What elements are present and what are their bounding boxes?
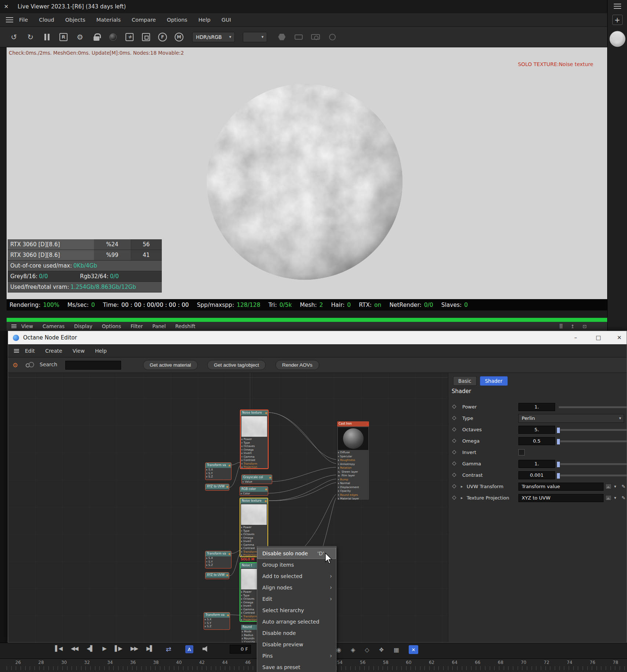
context-menu-item[interactable]: Select hierarchy: [257, 604, 336, 616]
menu-item[interactable]: View: [21, 323, 33, 329]
inspector-tab[interactable]: Basic: [453, 376, 477, 386]
input-pin[interactable]: [241, 446, 243, 447]
input-pin[interactable]: [241, 459, 243, 461]
output-pin[interactable]: [367, 423, 368, 425]
next-frame-button[interactable]: ▌▶: [115, 645, 122, 652]
refresh-icon[interactable]: ↻: [25, 32, 36, 42]
record-icon[interactable]: ◉: [336, 646, 341, 653]
input-pin[interactable]: [241, 527, 243, 528]
edit-pencil-icon[interactable]: ✎: [621, 493, 626, 503]
input-pin[interactable]: [241, 619, 243, 621]
node-pin-row[interactable]: S.Y: [205, 560, 231, 564]
input-pin[interactable]: [338, 498, 339, 500]
expand-arrow-icon[interactable]: ▸: [461, 493, 463, 503]
next-key-button[interactable]: ▶▶: [131, 645, 138, 652]
input-pin[interactable]: [241, 595, 243, 596]
input-pin[interactable]: [241, 466, 243, 468]
restart-render-icon[interactable]: ↺: [9, 32, 19, 42]
node-pin-row[interactable]: Power: [241, 437, 268, 441]
menu-item[interactable]: Help: [95, 348, 107, 354]
get-active-material-button[interactable]: Get active material: [143, 360, 198, 370]
hamburger-icon[interactable]: [7, 326, 21, 327]
input-pin[interactable]: [206, 564, 208, 566]
node-cast-iron-material[interactable]: Cast Iron DiffuseSpecularRoughnessAnisot…: [337, 421, 369, 500]
lock-resolution-icon[interactable]: [91, 32, 102, 42]
node-pin-row[interactable]: Roughness: [337, 458, 369, 462]
input-pin[interactable]: [205, 619, 206, 620]
menu-item[interactable]: GUI: [222, 17, 231, 23]
node-pin-row[interactable]: S.Z: [204, 625, 230, 628]
last-frame-button[interactable]: ▶▌: [146, 645, 153, 652]
input-pin[interactable]: [241, 493, 242, 494]
input-pin[interactable]: [206, 469, 208, 471]
menu-item[interactable]: Compare: [132, 17, 156, 23]
node-pin-row[interactable]: Normal: [337, 482, 369, 486]
node-editor-titlebar[interactable]: Octane Node Editor – □ ✕: [8, 331, 627, 344]
output-pin[interactable]: [229, 465, 230, 466]
context-menu-item[interactable]: Add to selected ›: [257, 570, 336, 582]
play-button[interactable]: ▶: [102, 645, 106, 652]
output-pin[interactable]: [226, 574, 228, 576]
node-pin-row[interactable]: Bump: [337, 478, 369, 482]
param-diamond-icon[interactable]: [452, 495, 456, 500]
node-header[interactable]: Noise texture: [240, 498, 267, 504]
hamburger-icon[interactable]: [0, 19, 19, 20]
octaves-value-field[interactable]: 5.: [518, 426, 555, 434]
circle-icon[interactable]: [327, 32, 338, 42]
input-pin[interactable]: [242, 638, 243, 639]
hamburger-icon[interactable]: [8, 350, 25, 351]
uvw-transform-field[interactable]: Transform value: [518, 483, 604, 491]
current-frame-field[interactable]: 0 F: [230, 645, 251, 654]
input-pin[interactable]: [338, 459, 339, 461]
node-pin-row[interactable]: S.Z: [205, 475, 231, 479]
node-pin-row[interactable]: Power: [240, 526, 267, 529]
input-pin[interactable]: [338, 483, 339, 484]
node-pin-row[interactable]: Invert: [240, 540, 267, 543]
node-header[interactable]: Transform va: [205, 463, 231, 468]
keyframe-icon[interactable]: ◈: [351, 646, 355, 653]
node-pin-row[interactable]: S.X: [205, 556, 231, 560]
input-pin[interactable]: [241, 612, 243, 614]
input-pin[interactable]: [243, 481, 244, 483]
param-diamond-icon[interactable]: [452, 439, 456, 443]
contrast-value-field[interactable]: 0.001: [518, 471, 555, 479]
node-pin-row[interactable]: S.X: [205, 468, 231, 472]
pause-icon[interactable]: [42, 32, 52, 42]
input-pin[interactable]: [338, 464, 339, 465]
pick-add-icon[interactable]: [124, 32, 135, 42]
add-material-button[interactable]: +: [612, 15, 623, 25]
node-pin-row[interactable]: Type: [240, 529, 267, 533]
node-pin-row[interactable]: Omega: [240, 536, 267, 540]
input-pin[interactable]: [241, 442, 243, 444]
contrast-slider[interactable]: [559, 475, 627, 476]
input-pin[interactable]: [206, 473, 208, 474]
node-pin-row[interactable]: Octaves: [240, 533, 267, 536]
input-pin[interactable]: [338, 475, 339, 476]
autokey-button[interactable]: A: [185, 645, 193, 653]
input-pin[interactable]: [242, 635, 243, 636]
context-menu-item[interactable]: Disable node: [257, 627, 336, 639]
search-input[interactable]: [65, 361, 121, 370]
cut-tracks-button[interactable]: ✕: [409, 645, 418, 654]
input-pin[interactable]: [241, 605, 243, 607]
hamburger-icon[interactable]: [608, 6, 627, 7]
context-menu-item[interactable]: Align nodes ›: [257, 582, 336, 593]
key-params-icon[interactable]: ▦: [394, 646, 399, 653]
node-header[interactable]: XYZ to UVW: [205, 484, 229, 489]
output-pin[interactable]: [265, 500, 267, 502]
node-pin-row[interactable]: Color: [240, 492, 268, 495]
node-pin-row[interactable]: S.X: [204, 618, 230, 621]
type-dropdown[interactable]: Perlin ▾: [518, 414, 624, 423]
camera-icon[interactable]: [310, 32, 321, 42]
power-slider[interactable]: [559, 406, 627, 408]
node-pin-row[interactable]: Round edges: [337, 493, 369, 497]
node-pin-row[interactable]: Sheen layer: [337, 470, 369, 474]
power-value-field[interactable]: 1.: [518, 403, 555, 411]
context-menu-item[interactable]: Save as preset: [257, 661, 336, 672]
param-diamond-icon[interactable]: [452, 427, 456, 431]
node-xyz-to-uvw-2[interactable]: XYZ to UVW: [205, 572, 229, 579]
node-pin-row[interactable]: Type: [241, 441, 268, 445]
output-pin[interactable]: [265, 412, 267, 414]
node-pin-row[interactable]: Opacity: [337, 489, 369, 493]
node-pin-row[interactable]: Value: [242, 480, 272, 484]
